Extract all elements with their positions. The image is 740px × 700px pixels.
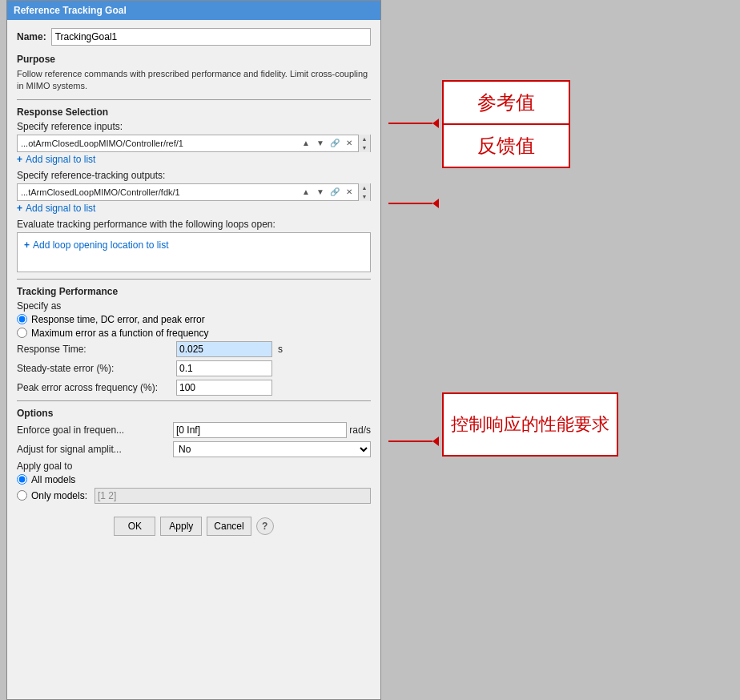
add-signal-1-row[interactable]: + Add signal to list: [17, 154, 371, 165]
annotation-box-2: 控制响应的性能要求: [442, 392, 618, 457]
ref-inputs-link-btn[interactable]: 🔗: [328, 137, 341, 150]
help-button[interactable]: ?: [256, 517, 274, 535]
enforce-label: Enforce goal in frequen...: [17, 424, 173, 436]
name-label: Name:: [17, 31, 46, 42]
ref-inputs-scroll-up[interactable]: ▲: [359, 135, 370, 143]
options-section: Options Enforce goal in frequen... rad/s…: [17, 408, 371, 504]
add-signal-2-row[interactable]: + Add signal to list: [17, 203, 371, 214]
annotation-perf-arrow: [388, 436, 439, 446]
options-title: Options: [17, 408, 371, 419]
ref-inputs-scroll-down[interactable]: ▼: [359, 143, 370, 152]
ref-outputs-label: Specify reference-tracking outputs:: [17, 170, 371, 181]
dialog-window: Reference Tracking Goal Name: Purpose Fo…: [6, 0, 381, 700]
ref-outputs-value: ...tArmClosedLoopMIMO/Controller/fdk/1: [18, 187, 297, 197]
peak-error-row: Peak error across frequency (%):: [17, 380, 371, 396]
arrow-line-1: [388, 123, 432, 124]
only-models-label: Only models:: [31, 490, 87, 501]
arrow-head-3: [432, 436, 439, 446]
title-bar: Reference Tracking Goal: [7, 1, 380, 20]
annotation-feedback-label: 反馈值: [477, 133, 535, 159]
enforce-row: Enforce goal in frequen... rad/s: [17, 422, 371, 438]
purpose-desc: Follow reference commands with prescribe…: [17, 68, 371, 93]
loop-opening-box: + Add loop opening location to list: [17, 232, 371, 272]
ref-outputs-delete-btn[interactable]: ✕: [343, 186, 356, 199]
peak-error-input[interactable]: [176, 380, 272, 396]
ref-outputs-up-btn[interactable]: ▲: [300, 186, 312, 199]
radio-2-label: Maximum error as a function of frequency: [31, 328, 208, 339]
adjust-label: Adjust for signal amplit...: [17, 444, 173, 455]
adjust-select[interactable]: No Yes: [173, 441, 371, 457]
dialog-body: Name: Purpose Follow reference commands …: [7, 20, 380, 699]
radio-max-error[interactable]: [17, 328, 27, 338]
ref-outputs-scroll-up[interactable]: ▲: [359, 183, 370, 192]
enforce-input[interactable]: [173, 422, 347, 438]
name-input[interactable]: [51, 28, 371, 46]
apply-button[interactable]: Apply: [160, 517, 202, 536]
ref-outputs-scroll-down[interactable]: ▼: [359, 192, 370, 201]
ref-inputs-icons: ▲ ▼ 🔗 ✕: [297, 137, 358, 150]
add-signal-2-label: Add signal to list: [26, 203, 95, 214]
response-time-row: Response Time: s: [17, 341, 371, 357]
steady-state-label: Steady-state error (%):: [17, 363, 173, 374]
ref-outputs-down-btn[interactable]: ▼: [314, 186, 327, 199]
only-models-row: Only models:: [17, 488, 371, 504]
all-models-row: All models: [17, 474, 371, 485]
radio-row-1: Response time, DC error, and peak error: [17, 314, 371, 325]
annotation-feedback-arrow: [388, 199, 439, 208]
ok-button[interactable]: OK: [114, 517, 155, 536]
ref-outputs-scroll: ▲ ▼: [358, 183, 370, 201]
ref-inputs-signal-row: ...otArmClosedLoopMIMO/Controller/ref/1 …: [17, 135, 371, 152]
cancel-button[interactable]: Cancel: [207, 517, 251, 536]
add-signal-2-plus-icon: +: [17, 203, 22, 214]
tracking-performance-section: Tracking Performance Specify as Response…: [17, 286, 371, 396]
radio-row-2: Maximum error as a function of frequency: [17, 328, 371, 339]
ref-inputs-down-btn[interactable]: ▼: [314, 137, 327, 150]
loops-open-label: Evaluate tracking performance with the f…: [17, 219, 371, 230]
peak-error-label: Peak error across frequency (%):: [17, 382, 173, 393]
annotation-box-1: 参考值 反馈值: [442, 80, 570, 168]
arrow-head-1: [432, 119, 439, 128]
specify-as-label: Specify as: [17, 300, 371, 312]
enforce-unit: rad/s: [349, 424, 371, 436]
arrow-head-2: [432, 199, 439, 208]
ref-inputs-value: ...otArmClosedLoopMIMO/Controller/ref/1: [18, 139, 297, 148]
radio-1-label: Response time, DC error, and peak error: [31, 314, 205, 325]
annotation-ref-label: 参考值: [477, 90, 535, 115]
radio-response-time[interactable]: [17, 314, 27, 324]
only-models-input[interactable]: [95, 488, 371, 504]
radio-all-models[interactable]: [17, 474, 27, 485]
arrow-line-2: [388, 203, 432, 204]
ref-inputs-up-btn[interactable]: ▲: [300, 137, 312, 150]
button-row: OK Apply Cancel ?: [17, 509, 371, 545]
name-row: Name:: [17, 28, 371, 46]
all-models-label: All models: [31, 474, 75, 485]
add-loop-row[interactable]: + Add loop opening location to list: [24, 239, 168, 251]
add-signal-1-plus-icon: +: [17, 154, 22, 165]
arrow-line-3: [388, 441, 432, 442]
apply-goal-label: Apply goal to: [17, 461, 371, 472]
ref-inputs-scroll: ▲ ▼: [358, 135, 370, 152]
response-time-input[interactable]: [176, 341, 272, 357]
ref-outputs-link-btn[interactable]: 🔗: [328, 186, 341, 199]
add-signal-1-label: Add signal to list: [26, 154, 95, 165]
annotation-perf-label: 控制响应的性能要求: [451, 412, 609, 436]
response-time-unit: s: [278, 344, 283, 355]
purpose-title: Purpose: [17, 54, 371, 65]
annotation-ref-arrow: [388, 119, 439, 128]
ref-outputs-icons: ▲ ▼ 🔗 ✕: [297, 186, 358, 199]
radio-only-models[interactable]: [17, 490, 27, 501]
tracking-performance-title: Tracking Performance: [17, 286, 371, 297]
title-label: Reference Tracking Goal: [14, 5, 127, 16]
steady-state-row: Steady-state error (%):: [17, 360, 371, 376]
ref-inputs-label: Specify reference inputs:: [17, 121, 371, 132]
response-selection-title: Response Selection: [17, 107, 371, 118]
response-time-label: Response Time:: [17, 344, 173, 355]
ref-inputs-delete-btn[interactable]: ✕: [343, 137, 356, 150]
adjust-row: Adjust for signal amplit... No Yes: [17, 441, 371, 457]
add-loop-label: Add loop opening location to list: [33, 239, 168, 251]
annotation-box-1-bottom: 反馈值: [444, 123, 569, 167]
ref-outputs-signal-row: ...tArmClosedLoopMIMO/Controller/fdk/1 ▲…: [17, 183, 371, 201]
add-loop-plus-icon: +: [24, 239, 30, 251]
annotation-box-1-top: 参考值: [444, 82, 569, 123]
steady-state-input[interactable]: [176, 360, 272, 376]
